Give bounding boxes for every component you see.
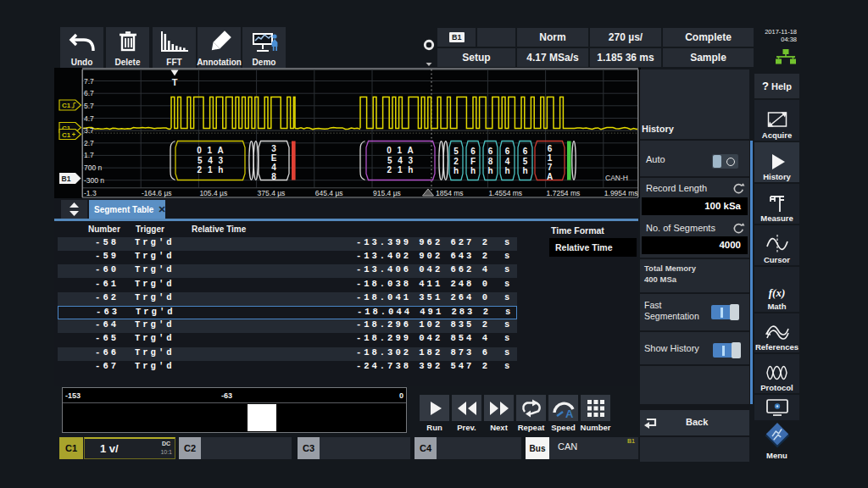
svg-text:-1.3: -1.3 xyxy=(84,189,97,197)
svg-text:1854 ms: 1854 ms xyxy=(436,189,464,197)
svg-text:5: 5 xyxy=(523,157,528,166)
svg-text:8: 8 xyxy=(488,157,493,166)
svg-text:6: 6 xyxy=(488,147,493,156)
svg-text:6: 6 xyxy=(505,147,510,156)
svg-text:CAN-H: CAN-H xyxy=(605,174,628,182)
svg-text:A: A xyxy=(565,408,574,419)
svg-text:A: A xyxy=(547,172,553,181)
svg-text:105.4 µs: 105.4 µs xyxy=(199,189,227,197)
svg-text:h: h xyxy=(470,166,476,175)
svg-text:1.4554 ms: 1.4554 ms xyxy=(488,189,522,197)
svg-text:6.7: 6.7 xyxy=(84,89,94,97)
svg-text:8: 8 xyxy=(271,172,276,181)
svg-text:2: 2 xyxy=(453,157,459,166)
svg-text:375.4 µs: 375.4 µs xyxy=(258,189,286,197)
svg-text:5 4 3: 5 4 3 xyxy=(198,156,225,165)
svg-text:C1: C1 xyxy=(62,102,71,109)
svg-text:1.7: 1.7 xyxy=(84,151,94,159)
svg-text:6: 6 xyxy=(523,147,528,156)
svg-text:h: h xyxy=(522,166,527,175)
svg-text:5: 5 xyxy=(453,147,459,156)
svg-text:0 1 A: 0 1 A xyxy=(197,146,225,155)
svg-text:E: E xyxy=(271,153,277,163)
svg-text:3.7: 3.7 xyxy=(84,126,94,135)
svg-text:7.7: 7.7 xyxy=(84,77,94,86)
svg-text:4.7: 4.7 xyxy=(84,114,94,123)
svg-text:2 1 h: 2 1 h xyxy=(387,165,415,175)
svg-text:6: 6 xyxy=(548,144,553,153)
svg-text:1.9954 ms: 1.9954 ms xyxy=(604,189,638,197)
svg-text:2.7: 2.7 xyxy=(84,139,94,147)
svg-text:4: 4 xyxy=(505,157,510,166)
svg-text:3: 3 xyxy=(271,144,276,153)
svg-text:h: h xyxy=(453,166,459,175)
svg-text:0 1 A: 0 1 A xyxy=(387,146,415,155)
svg-text:-164.6 µs: -164.6 µs xyxy=(142,189,172,197)
svg-text:h: h xyxy=(487,166,492,175)
svg-text:T: T xyxy=(172,77,178,87)
svg-text:2 1 h: 2 1 h xyxy=(198,165,225,175)
svg-text:-300 n: -300 n xyxy=(84,176,104,185)
svg-text:C1: C1 xyxy=(62,131,71,139)
svg-text:h: h xyxy=(504,166,509,175)
svg-text:6: 6 xyxy=(470,147,476,156)
svg-text:B1: B1 xyxy=(62,175,71,183)
svg-text:F: F xyxy=(470,157,476,166)
svg-text:1.7254 ms: 1.7254 ms xyxy=(547,189,581,197)
svg-text:5 4 3: 5 4 3 xyxy=(387,156,415,165)
svg-text:915.4 µs: 915.4 µs xyxy=(373,189,401,197)
svg-text:4: 4 xyxy=(271,163,276,172)
svg-text:7: 7 xyxy=(548,163,553,172)
svg-text:1: 1 xyxy=(548,153,553,163)
svg-text:5.7: 5.7 xyxy=(84,102,94,110)
svg-text:700 n: 700 n xyxy=(84,164,103,172)
svg-text:645.4 µs: 645.4 µs xyxy=(315,189,343,197)
